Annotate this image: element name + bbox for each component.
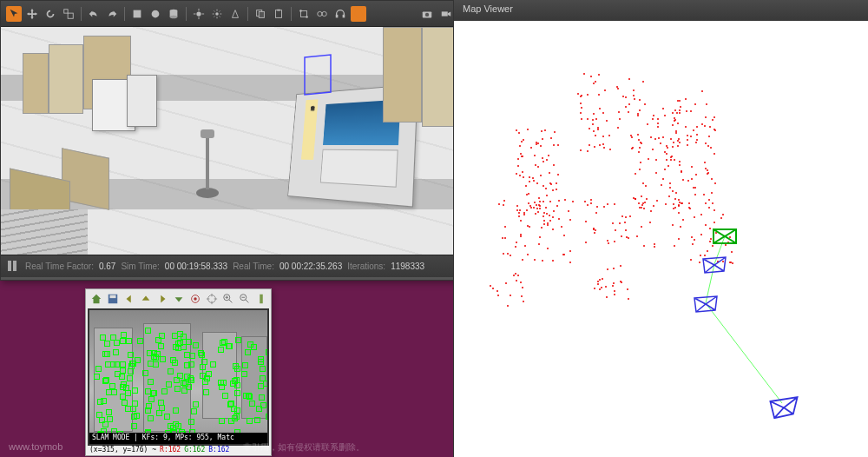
light-point-tool[interactable] <box>191 6 207 22</box>
light-spot-tool[interactable] <box>227 6 243 22</box>
up-icon[interactable] <box>139 292 152 306</box>
orb-image-view[interactable]: SLAM MODE | KFs: 9, MPs: 955, Matc <box>88 308 269 446</box>
next-icon[interactable] <box>155 292 168 306</box>
headphone-tool[interactable] <box>332 6 348 22</box>
joint-tool[interactable] <box>314 6 330 22</box>
light-sun-tool[interactable] <box>209 6 225 22</box>
gazebo-3d-viewport[interactable]: 软科技未物馆导介 <box>1 27 459 255</box>
svg-rect-19 <box>343 14 345 17</box>
svg-rect-12 <box>277 9 280 10</box>
rotate-tool[interactable] <box>43 6 58 22</box>
watermark-left: www.toymob <box>9 441 62 452</box>
paste-tool[interactable] <box>271 6 286 22</box>
realtime-label: Real Time: <box>233 262 274 271</box>
map-canvas[interactable] <box>454 21 868 457</box>
zoom-in-icon[interactable] <box>221 292 234 306</box>
simtime-label: Sim Time: <box>121 262 159 271</box>
info-icon[interactable] <box>254 292 267 306</box>
svg-point-15 <box>306 16 308 18</box>
crosshair-icon[interactable] <box>205 292 218 306</box>
svg-point-17 <box>322 11 326 16</box>
copy-tool[interactable] <box>253 6 268 22</box>
zoom-out-icon[interactable] <box>238 292 251 306</box>
watermark-right: CSDN @AI_潜行者 <box>777 439 859 452</box>
target-icon[interactable] <box>188 292 201 306</box>
gazebo-window: 软科技未物馆导介 Real Time Factor: 0.67 Sim Time… <box>0 0 460 281</box>
gazebo-toolbar <box>1 1 459 27</box>
svg-rect-10 <box>259 11 264 17</box>
gazebo-status-bar: Real Time Factor: 0.67 Sim Time: 00 00:1… <box>1 255 459 277</box>
sphere-tool[interactable] <box>148 6 163 22</box>
svg-point-8 <box>215 12 219 16</box>
save-icon[interactable] <box>106 292 119 306</box>
disclaimer-text: 非引用，如有侵权请联系删除。 <box>243 441 365 454</box>
orb-frame-window: SLAM MODE | KFs: 9, MPs: 955, Matc (x=31… <box>85 288 272 456</box>
svg-point-20 <box>355 10 363 17</box>
record-tool[interactable] <box>351 6 366 22</box>
pause-icon[interactable] <box>8 261 20 273</box>
realtime-value: 00 00:22:35.263 <box>279 262 342 271</box>
scale-tool[interactable] <box>61 6 76 22</box>
svg-rect-23 <box>442 11 448 16</box>
svg-point-7 <box>196 11 201 16</box>
svg-rect-1 <box>68 13 73 18</box>
camera-icon[interactable] <box>419 6 435 22</box>
map-viewer-title: Map Viewer <box>454 0 868 21</box>
iter-label: Iterations: <box>347 262 385 271</box>
box-tool[interactable] <box>129 6 145 22</box>
map-viewer-window: Map Viewer <box>453 0 868 457</box>
rtf-value: 0.67 <box>99 262 115 271</box>
video-icon[interactable] <box>438 6 454 22</box>
redo-tool[interactable] <box>104 6 120 22</box>
iter-value: 1198333 <box>391 262 424 271</box>
svg-rect-11 <box>276 10 282 17</box>
rtf-label: Real Time Factor: <box>25 262 94 271</box>
svg-rect-25 <box>109 295 115 299</box>
svg-line-34 <box>706 303 782 403</box>
orb-status-text: SLAM MODE | KFs: 9, MPs: 955, Matc <box>89 433 267 444</box>
svg-point-6 <box>170 15 178 18</box>
home-icon[interactable] <box>89 292 102 306</box>
svg-rect-31 <box>260 295 263 304</box>
svg-point-27 <box>194 297 197 301</box>
svg-rect-18 <box>336 14 339 17</box>
orb-toolbar <box>86 289 271 308</box>
cylinder-tool[interactable] <box>166 6 181 22</box>
svg-point-16 <box>318 11 322 16</box>
down-icon[interactable] <box>172 292 185 306</box>
cursor-tool[interactable] <box>6 6 22 22</box>
prev-icon[interactable] <box>122 292 135 306</box>
svg-rect-13 <box>301 10 307 17</box>
move-tool[interactable] <box>24 6 40 22</box>
svg-point-22 <box>425 12 429 16</box>
simtime-value: 00 00:19:58.333 <box>165 262 227 271</box>
svg-point-14 <box>299 10 302 12</box>
svg-point-3 <box>152 10 160 17</box>
svg-rect-0 <box>64 9 68 12</box>
svg-rect-2 <box>134 10 141 17</box>
snap-tool[interactable] <box>296 6 312 22</box>
undo-tool[interactable] <box>86 6 102 22</box>
